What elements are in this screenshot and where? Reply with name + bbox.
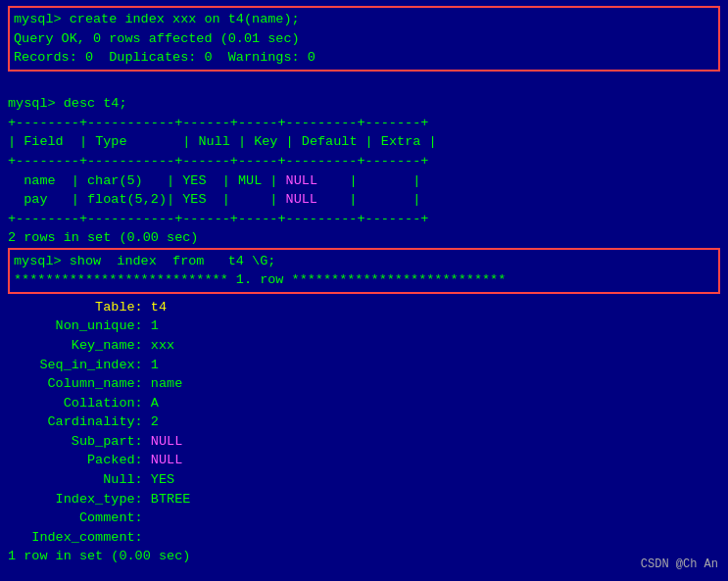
table-sep2: +--------+-----------+------+-----+-----…: [8, 154, 428, 169]
show-rowcount: 1 row in set (0.00 sec): [8, 549, 190, 563]
nonunique-line: Non_unique: 1: [8, 318, 159, 333]
table-row1: name | char(5) | YES | MUL | NULL | |: [8, 173, 420, 188]
colname-line: Column_name: name: [8, 376, 182, 391]
indexcomment-line: Index_comment:: [8, 530, 151, 545]
table-header: | Field | Type | Null | Key | Default | …: [8, 134, 437, 149]
seqinindex-line: Seq_in_index: 1: [8, 358, 159, 372]
comment-line: Comment:: [8, 510, 151, 525]
query-ok-line: Query OK, 0 rows affected (0.01 sec): [14, 31, 300, 46]
table-line: Table: t4: [8, 300, 167, 315]
terminal: mysql> create index xxx on t4(name); Que…: [0, 0, 728, 581]
create-index-prompt: mysql> create index xxx on t4(name);: [14, 12, 300, 26]
null-line: Null: YES: [8, 472, 174, 487]
cardinality-line: Cardinality: 2: [8, 414, 159, 429]
collation-line: Collation: A: [8, 396, 159, 411]
desc-rowcount: 2 rows in set (0.00 sec): [8, 230, 198, 245]
indextype-line: Index_type: BTREE: [8, 492, 190, 507]
show-index-prompt: mysql> show index from t4 \G;: [14, 254, 275, 268]
create-index-block: mysql> create index xxx on t4(name); Que…: [8, 6, 720, 72]
table-sep3: +--------+-----------+------+-----+-----…: [8, 212, 428, 226]
packed-line: Packed: NULL: [8, 453, 182, 467]
keyname-line: Key_name: xxx: [8, 338, 174, 353]
subpart-line: Sub_part: NULL: [8, 434, 182, 449]
records-line: Records: 0 Duplicates: 0 Warnings: 0: [14, 50, 315, 65]
table-sep1: +--------+-----------+------+-----+-----…: [8, 116, 428, 130]
watermark: CSDN @Ch An: [641, 557, 718, 573]
stars-row: *************************** 1. row *****…: [14, 272, 506, 287]
show-index-block: mysql> show index from t4 \G; **********…: [8, 248, 720, 294]
table-row2: pay | float(5,2)| YES | | NULL | |: [8, 192, 420, 207]
desc-prompt: mysql> desc t4;: [8, 96, 127, 111]
